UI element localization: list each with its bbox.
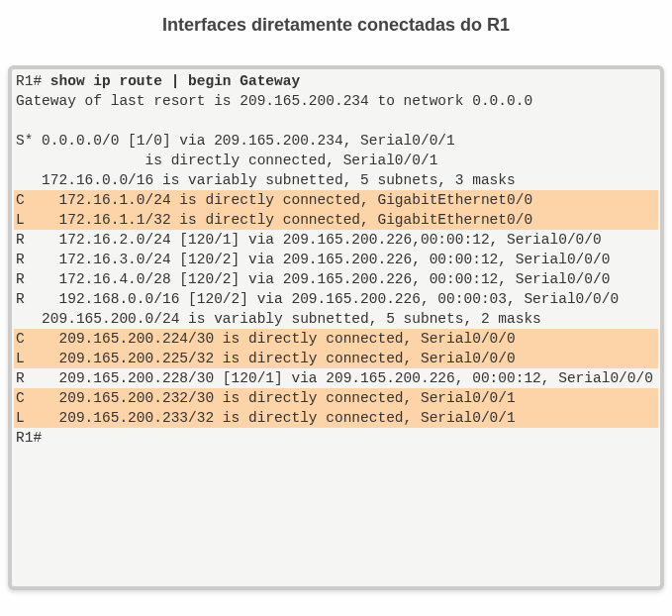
command-line: R1# show ip route | begin Gateway [14,71,658,91]
route-line: Gateway of last resort is 209.165.200.23… [14,91,658,111]
route-line-highlighted: L 209.165.200.225/32 is directly connect… [14,349,658,368]
route-line: is directly connected, Serial0/0/1 [14,151,658,170]
route-line-highlighted: C 209.165.200.232/30 is directly connect… [14,388,658,408]
terminal-window: R1# show ip route | begin Gateway Gatewa… [8,65,664,590]
route-line [14,111,658,131]
cli-command: show ip route | begin Gateway [50,73,300,89]
route-line: 172.16.0.0/16 is variably subnetted, 5 s… [14,170,658,190]
route-line: R 209.165.200.228/30 [120/1] via 209.165… [14,368,658,388]
route-line-highlighted: C 172.16.1.0/24 is directly connected, G… [14,190,658,210]
route-line: 209.165.200.0/24 is variably subnetted, … [14,309,658,329]
route-line: R 192.168.0.0/16 [120/2] via 209.165.200… [14,289,658,309]
cli-prompt: R1# [16,73,50,89]
route-line-highlighted: L 209.165.200.233/32 is directly connect… [14,408,658,428]
cli-prompt-end: R1# [14,428,658,448]
route-line: R 172.16.3.0/24 [120/2] via 209.165.200.… [14,250,658,269]
page-title: Interfaces diretamente conectadas do R1 [8,15,664,36]
route-line-highlighted: L 172.16.1.1/32 is directly connected, G… [14,210,658,230]
route-line-highlighted: C 209.165.200.224/30 is directly connect… [14,329,658,349]
route-line: R 172.16.2.0/24 [120/1] via 209.165.200.… [14,230,658,250]
route-line: R 172.16.4.0/28 [120/2] via 209.165.200.… [14,269,658,289]
route-line: S* 0.0.0.0/0 [1/0] via 209.165.200.234, … [14,131,658,151]
terminal-output: Gateway of last resort is 209.165.200.23… [14,91,658,428]
